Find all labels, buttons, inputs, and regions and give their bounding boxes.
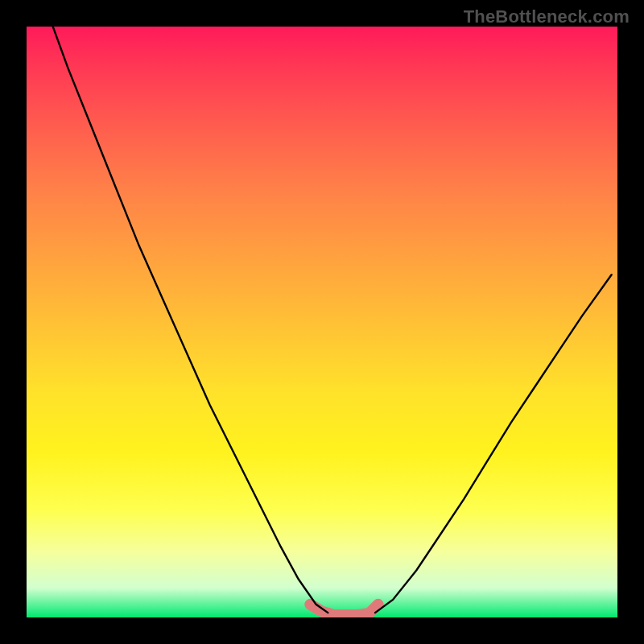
plot-area bbox=[27, 27, 617, 617]
left-curve-path bbox=[44, 27, 328, 613]
right-curve-path bbox=[375, 275, 612, 613]
curve-layer bbox=[27, 27, 617, 617]
watermark-text: TheBottleneck.com bbox=[464, 6, 630, 27]
bottom-band-path bbox=[310, 605, 378, 615]
chart-frame: TheBottleneck.com bbox=[0, 0, 644, 644]
